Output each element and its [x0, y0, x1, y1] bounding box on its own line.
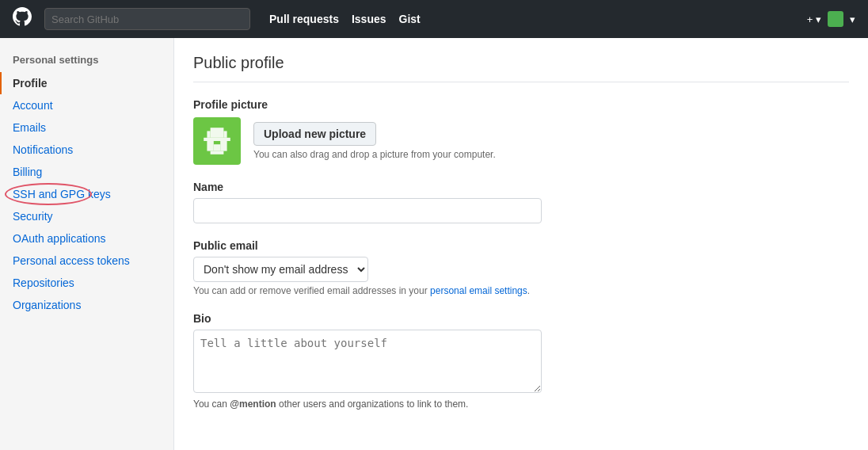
bio-hint: You can @mention other users and organiz…: [193, 399, 849, 410]
email-hint: You can add or remove verified email add…: [193, 285, 849, 296]
sidebar-item-tokens[interactable]: Personal access tokens: [0, 250, 173, 272]
name-label: Name: [193, 181, 849, 193]
public-email-group: Public email Don't show my email address…: [193, 239, 849, 296]
svg-rect-7: [211, 151, 224, 154]
svg-rect-3: [204, 138, 230, 141]
sidebar-item-orgs[interactable]: Organizations: [0, 294, 173, 316]
sidebar-item-repos[interactable]: Repositories: [0, 272, 173, 294]
public-email-label: Public email: [193, 239, 849, 252]
topnav-links: Pull requests Issues Gist: [269, 13, 421, 25]
issues-link[interactable]: Issues: [352, 13, 386, 25]
name-input[interactable]: [193, 198, 542, 223]
new-item-button[interactable]: + ▾: [807, 13, 821, 25]
topnav-actions: + ▾ ▾: [807, 11, 855, 27]
topnav: Pull requests Issues Gist + ▾ ▾: [0, 0, 868, 38]
gist-link[interactable]: Gist: [399, 13, 421, 25]
ssh-highlight-circle: [5, 183, 92, 205]
svg-rect-1: [207, 131, 210, 137]
drag-drop-hint: You can also drag and drop a picture fro…: [253, 149, 496, 160]
svg-rect-5: [220, 141, 227, 151]
svg-rect-4: [207, 141, 213, 151]
public-email-select[interactable]: Don't show my email address: [193, 257, 368, 282]
sidebar-item-notifications[interactable]: Notifications: [0, 139, 173, 161]
sidebar-item-billing[interactable]: Billing: [0, 161, 173, 183]
upload-section: Upload new picture You can also drag and…: [253, 122, 496, 160]
bio-label: Bio: [193, 312, 849, 325]
name-field-group: Name: [193, 181, 849, 223]
sidebar-item-oauth[interactable]: OAuth applications: [0, 227, 173, 250]
github-avatar-icon: [200, 124, 234, 158]
profile-picture-section: Profile picture: [193, 98, 849, 165]
profile-picture-thumbnail: [193, 117, 241, 165]
bio-textarea[interactable]: [193, 330, 542, 393]
main-layout: Personal settings Profile Account Emails…: [0, 38, 868, 450]
mention-bold: @mention: [230, 399, 276, 410]
bio-group: Bio You can @mention other users and org…: [193, 312, 849, 410]
search-input[interactable]: [44, 8, 250, 30]
personal-email-settings-link[interactable]: personal email settings: [430, 285, 527, 296]
sidebar-item-account[interactable]: Account: [0, 94, 173, 116]
sidebar-item-emails[interactable]: Emails: [0, 116, 173, 139]
avatar: [828, 11, 843, 27]
profile-picture-label: Profile picture: [193, 98, 849, 111]
user-menu-button[interactable]: ▾: [850, 13, 855, 25]
svg-rect-0: [211, 128, 224, 138]
sidebar-item-profile[interactable]: Profile: [0, 72, 173, 94]
sidebar: Personal settings Profile Account Emails…: [0, 38, 174, 450]
main-content: Public profile Profile picture: [174, 38, 868, 450]
pull-requests-link[interactable]: Pull requests: [269, 13, 339, 25]
page-title: Public profile: [193, 54, 849, 82]
profile-picture-row: Upload new picture You can also drag and…: [193, 117, 849, 165]
svg-rect-2: [223, 131, 227, 137]
sidebar-item-ssh[interactable]: SSH and GPG keys: [0, 183, 173, 205]
sidebar-heading: Personal settings: [0, 54, 173, 72]
svg-rect-6: [214, 144, 220, 151]
github-logo-icon[interactable]: [13, 7, 32, 31]
sidebar-item-security[interactable]: Security: [0, 205, 173, 227]
upload-picture-button[interactable]: Upload new picture: [253, 122, 376, 146]
